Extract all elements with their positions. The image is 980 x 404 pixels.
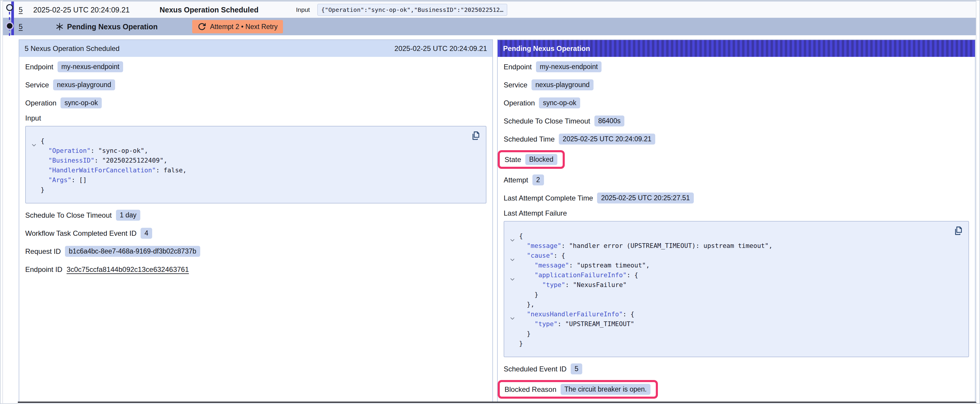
code-line: "type": "UPSTREAM_TIMEOUT" (509, 319, 961, 329)
field-value: 5 (571, 363, 582, 374)
left-panel-timestamp: 2025-02-25 UTC 20:24:09.21 (395, 44, 487, 53)
code-line: } (509, 329, 961, 339)
field-label: Service (25, 81, 49, 89)
annotation-highlight-box: Blocked ReasonThe circuit breaker is ope… (498, 380, 658, 399)
event-row-nexus-operation-scheduled[interactable]: 5 2025-02-25 UTC 20:24:09.21 Nexus Opera… (3, 2, 976, 18)
code-line: "Args": [] (30, 175, 479, 185)
event-id-link[interactable]: 5 (19, 6, 22, 14)
left-fields-top: Endpointmy-nexus-endpointServicenexus-pl… (25, 60, 487, 110)
field-label: Operation (504, 99, 535, 107)
field-value: sync-op-ok (539, 97, 580, 108)
left-fields-bottom: Schedule To Close Timeout1 dayWorkflow T… (25, 208, 487, 276)
field-row-request-id: Request IDb1c6a4bc-8ee7-468a-9169-df3b02… (25, 244, 487, 258)
field-value: my-nexus-endpoint (536, 61, 602, 72)
right-fields-bottom: Scheduled Event ID5Blocked ReasonThe cir… (504, 362, 969, 399)
field-row-endpoint: Endpointmy-nexus-endpoint (504, 60, 969, 74)
input-inline-label: Input (296, 6, 310, 13)
event-title: Nexus Operation Scheduled (159, 5, 258, 14)
field-row-blocked-reason: Blocked ReasonThe circuit breaker is ope… (504, 380, 969, 399)
field-row-workflow-task-completed-event-id: Workflow Task Completed Event ID4 (25, 226, 487, 240)
retry-icon (197, 22, 206, 31)
event-id-link[interactable]: 5 (19, 22, 22, 31)
asterisk-icon (55, 22, 64, 31)
code-line: "message": "handler error (UPSTREAM_TIME… (509, 241, 961, 250)
code-line: "BusinessID": "20250225122409", (30, 155, 479, 165)
code-line: }, (509, 299, 961, 309)
field-value: Blocked (525, 154, 557, 165)
field-row-operation: Operationsync-op-ok (504, 96, 969, 110)
field-label: Scheduled Time (504, 135, 555, 143)
field-row-service: Servicenexus-playground (25, 78, 487, 92)
field-label: Last Attempt Complete Time (504, 194, 593, 202)
input-section-label: Input (25, 114, 487, 122)
field-value: The circuit breaker is open. (561, 384, 651, 395)
field-row-attempt: Attempt2 (504, 173, 969, 187)
content-left-border (2, 0, 3, 404)
field-label: Scheduled Event ID (504, 365, 566, 373)
field-row-schedule-to-close-timeout: Schedule To Close Timeout1 day (25, 208, 487, 222)
field-row-endpoint: Endpointmy-nexus-endpoint (25, 60, 487, 74)
field-value[interactable]: 3c0c75ccfa8144b092c13ce632463761 (67, 265, 189, 274)
field-row-scheduled-time: Scheduled Time2025-02-25 UTC 20:24:09.21 (504, 132, 969, 146)
event-history: 5 2025-02-25 UTC 20:24:09.21 Nexus Opera… (3, 1, 976, 35)
viewport-bottom-edge (18, 402, 977, 403)
field-label: Schedule To Close Timeout (504, 117, 590, 125)
field-row-operation: Operationsync-op-ok (25, 96, 487, 110)
panel-nexus-operation-scheduled: 5 Nexus Operation Scheduled 2025-02-25 U… (19, 40, 493, 402)
field-label: Endpoint (504, 63, 532, 71)
field-label: Request ID (25, 247, 61, 256)
field-row-scheduled-event-id: Scheduled Event ID5 (504, 362, 969, 376)
right-panel-title: Pending Nexus Operation (503, 44, 590, 53)
code-line: "Operation": "sync-op-ok", (30, 146, 479, 155)
field-value: 2 (532, 174, 544, 185)
event-row-pending-nexus-operation[interactable]: 5 Pending Nexus Operation Attempt 2 • Ne… (3, 18, 976, 35)
timeline-node-open-icon[interactable] (6, 4, 13, 11)
left-panel-header: 5 Nexus Operation Scheduled 2025-02-25 U… (19, 40, 492, 57)
field-label: Endpoint (25, 63, 53, 71)
field-label: Blocked Reason (504, 385, 557, 394)
input-code-block: {"Operation": "sync-op-ok","BusinessID":… (25, 126, 487, 203)
field-value: nexus-playground (531, 79, 593, 90)
failure-code-block: {"message": "handler error (UPSTREAM_TIM… (504, 221, 969, 357)
field-label: Operation (25, 99, 56, 107)
field-value: nexus-playground (53, 79, 115, 90)
right-panel-header: Pending Nexus Operation (498, 40, 975, 57)
code-line: "applicationFailureInfo": { (509, 270, 961, 280)
code-line: { (509, 231, 961, 241)
event-timestamp: 2025-02-25 UTC 20:24:09.21 (33, 5, 130, 14)
field-value: 2025-02-25 UTC 20:24:09.21 (559, 133, 655, 144)
code-line: } (509, 290, 961, 299)
vertical-scrollbar[interactable] (976, 1, 979, 402)
retry-attempt-badge: Attempt 2 • Next Retry (192, 20, 283, 33)
field-row-state: StateBlocked (504, 150, 969, 169)
timeline-node-filled-icon[interactable] (7, 23, 13, 29)
code-line: } (509, 339, 961, 348)
code-line: { (30, 136, 479, 146)
field-row-service: Servicenexus-playground (504, 78, 969, 92)
field-label: State (504, 155, 521, 164)
field-value: 1 day (116, 210, 140, 221)
field-label: Service (504, 81, 527, 89)
field-row-schedule-to-close-timeout: Schedule To Close Timeout86400s (504, 114, 969, 128)
field-row-endpoint-id: Endpoint ID3c0c75ccfa8144b092c13ce632463… (25, 262, 487, 276)
field-value: 4 (141, 228, 152, 239)
field-label: Workflow Task Completed Event ID (25, 229, 137, 238)
field-value: sync-op-ok (60, 97, 102, 108)
event-title: Pending Nexus Operation (67, 22, 158, 31)
code-line: "message": "upstream timeout", (509, 260, 961, 270)
field-value: my-nexus-endpoint (57, 61, 123, 72)
right-fields-top: Endpointmy-nexus-endpointServicenexus-pl… (504, 60, 969, 205)
field-value: 86400s (594, 116, 624, 127)
failure-section-label: Last Attempt Failure (504, 209, 969, 217)
code-line: } (30, 185, 479, 195)
field-label: Endpoint ID (25, 265, 62, 274)
field-label: Attempt (504, 176, 528, 184)
annotation-highlight-box: StateBlocked (498, 150, 565, 169)
code-line: "type": "NexusFailure" (509, 280, 961, 290)
code-line: "nexusHandlerFailureInfo": { (509, 309, 961, 319)
panel-pending-nexus-operation: Pending Nexus Operation Endpointmy-nexus… (497, 40, 975, 402)
input-preview-badge: {"Operation":"sync-op-ok","BusinessID":"… (317, 4, 507, 16)
left-panel-title: 5 Nexus Operation Scheduled (25, 44, 119, 53)
field-value: b1c6a4bc-8ee7-468a-9169-df3b02c8737b (65, 246, 200, 257)
field-value: 2025-02-25 UTC 20:25:27.51 (597, 193, 694, 203)
